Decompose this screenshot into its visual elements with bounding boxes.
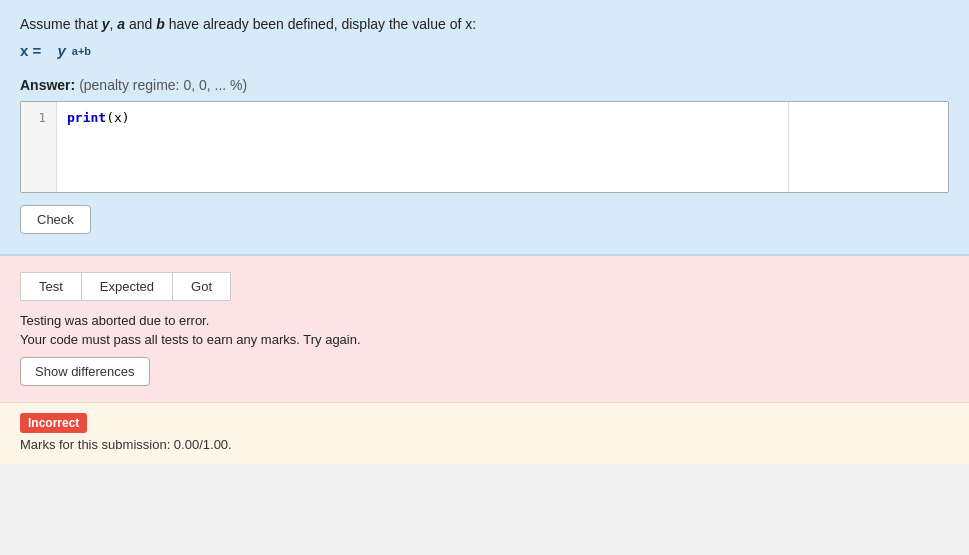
code-display[interactable]: print(x): [57, 102, 788, 192]
error-line-2: Your code must pass all tests to earn an…: [20, 332, 949, 347]
result-table: Test Expected Got: [20, 272, 231, 301]
math-lhs: x =: [20, 42, 41, 59]
line-number-1: 1: [38, 110, 46, 125]
penalty-text: (penalty regime: 0, 0, ... %): [79, 77, 247, 93]
table-header-row: Test Expected Got: [21, 273, 231, 301]
col-header-got: Got: [173, 273, 231, 301]
code-right-panel: [788, 102, 948, 192]
question-text: Assume that y, a and b have already been…: [20, 16, 949, 32]
var-a: a: [117, 16, 125, 32]
math-formula: x = ya+b: [20, 42, 949, 59]
error-messages: Testing was aborted due to error. Your c…: [20, 313, 949, 347]
var-b: b: [156, 16, 165, 32]
line-numbers: 1: [21, 102, 57, 192]
answer-label: Answer: (penalty regime: 0, 0, ... %): [20, 77, 949, 93]
result-table-wrapper: Test Expected Got: [20, 272, 949, 301]
check-button[interactable]: Check: [20, 205, 91, 234]
page-wrapper: Assume that y, a and b have already been…: [0, 0, 969, 464]
code-keyword-print: print: [67, 110, 106, 125]
result-section: Test Expected Got Testing was aborted du…: [0, 256, 969, 402]
answer-label-text: Answer:: [20, 77, 75, 93]
error-line-1: Testing was aborted due to error.: [20, 313, 949, 328]
var-y: y: [102, 16, 110, 32]
question-section: Assume that y, a and b have already been…: [0, 0, 969, 256]
score-section: Incorrect Marks for this submission: 0.0…: [0, 402, 969, 464]
incorrect-badge: Incorrect: [20, 413, 87, 433]
col-header-test: Test: [21, 273, 82, 301]
code-parens: (x): [106, 110, 129, 125]
code-editor: 1 print(x): [20, 101, 949, 193]
show-differences-button[interactable]: Show differences: [20, 357, 150, 386]
math-exponent: a+b: [72, 45, 91, 57]
col-header-expected: Expected: [81, 273, 172, 301]
marks-text: Marks for this submission: 0.00/1.00.: [20, 437, 949, 452]
math-base: y: [57, 42, 65, 59]
